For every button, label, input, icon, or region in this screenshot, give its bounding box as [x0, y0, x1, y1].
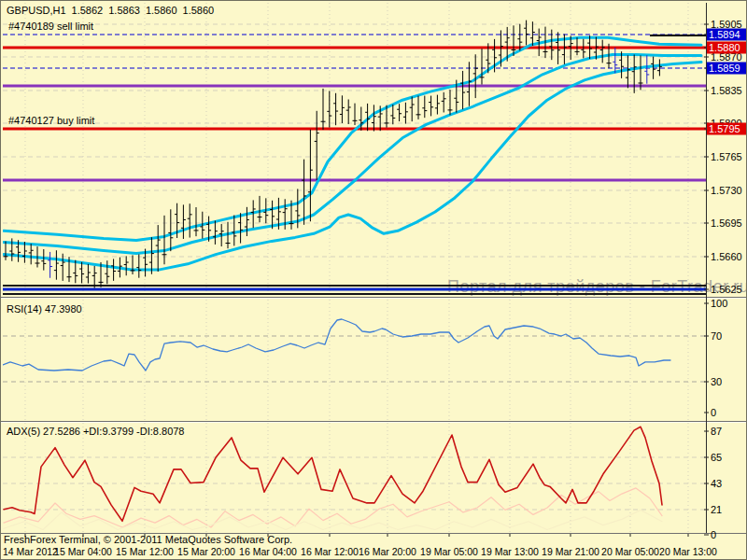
- time-axis-label: 16 Mar 04:00: [239, 546, 297, 557]
- minus-di-line: [4, 510, 662, 529]
- time-axis-label: 20 Mar 05:00: [601, 546, 659, 557]
- time-axis-label: 14 Mar 2012: [3, 546, 58, 557]
- time-axis-label: 16 Mar 20:00: [359, 546, 416, 557]
- price-axis-label: 0: [711, 407, 716, 418]
- time-axis-label: 15 Mar 20:00: [177, 546, 235, 557]
- time-axis-label: 20 Mar 13:00: [659, 546, 717, 557]
- price-axis-label: 87: [711, 426, 722, 437]
- bollinger-middle-line: [4, 55, 701, 254]
- price-badge-red: 1.5880: [707, 42, 747, 54]
- price-axis-label: 1.5695: [711, 217, 742, 229]
- price-axis-label: 1.5835: [711, 85, 742, 96]
- main-price-panel[interactable]: [3, 3, 708, 296]
- price-badge-red: 1.5795: [707, 123, 747, 135]
- price-axis-label: 1.5660: [711, 251, 742, 262]
- price-axis-label: 65: [711, 452, 722, 463]
- rsi-indicator-label: RSI(14) 47.3980: [7, 303, 82, 315]
- price-axis-label: 43: [711, 478, 722, 489]
- axis-ticks: [25, 24, 709, 537]
- price-axis-label: 1.5730: [711, 185, 742, 196]
- price-axis-label: 30: [711, 376, 722, 387]
- price-axis-label: 100: [711, 298, 727, 309]
- ohlc-high: 1.5863: [108, 5, 140, 16]
- adx-line: [4, 427, 662, 521]
- time-axis-label: 19 Mar 13:00: [481, 546, 539, 557]
- symbol-period: GBPUSD,H1: [7, 5, 66, 16]
- chart-window: Портал для трейдеров - ForTrader.ru GBPU…: [0, 0, 747, 560]
- ohlc-low: 1.5860: [146, 5, 177, 16]
- adx-indicator-label: ADX(5) 27.5286 +DI:9.3799 -DI:8.8078: [7, 426, 184, 437]
- rsi-panel[interactable]: [3, 300, 706, 421]
- time-axis-label: 19 Mar 21:00: [542, 546, 599, 557]
- panel-separator-highlight-2: [1, 422, 747, 423]
- price-axis-label: 1.5625: [711, 284, 742, 295]
- price-axis-label: 1.5765: [711, 151, 742, 162]
- time-axis-label: 15 Mar 04:00: [54, 546, 112, 557]
- ohlc-close: 1.5860: [183, 5, 215, 16]
- panel-separator-highlight-1: [1, 298, 747, 299]
- time-axis-label: 19 Mar 05:00: [420, 546, 478, 557]
- price-badge-blue: 1.5859: [707, 63, 747, 75]
- buy-limit-order-label[interactable]: #4740127 buy limit: [8, 115, 94, 126]
- price-axis-separator: [706, 3, 707, 533]
- time-axis-label: 15 Mar 12:00: [116, 546, 174, 557]
- price-axis-label: 70: [711, 330, 722, 342]
- adx-panel[interactable]: [3, 423, 706, 533]
- ohlc-open: 1.5862: [72, 5, 104, 16]
- chart-header: GBPUSD,H11.58621.58631.58601.5860: [7, 5, 219, 16]
- sell-limit-order-label[interactable]: #4740189 sell limit: [8, 21, 93, 32]
- price-badge-blue: 1.5894: [707, 29, 747, 41]
- time-axis-label: 16 Mar 12:00: [301, 546, 359, 557]
- chart-canvas[interactable]: [1, 1, 747, 560]
- price-axis-label: 21: [711, 504, 722, 515]
- terminal-copyright: FreshForex Terminal, © 2001-2011 MetaQuo…: [4, 534, 292, 545]
- price-axis-label: 0: [711, 529, 716, 540]
